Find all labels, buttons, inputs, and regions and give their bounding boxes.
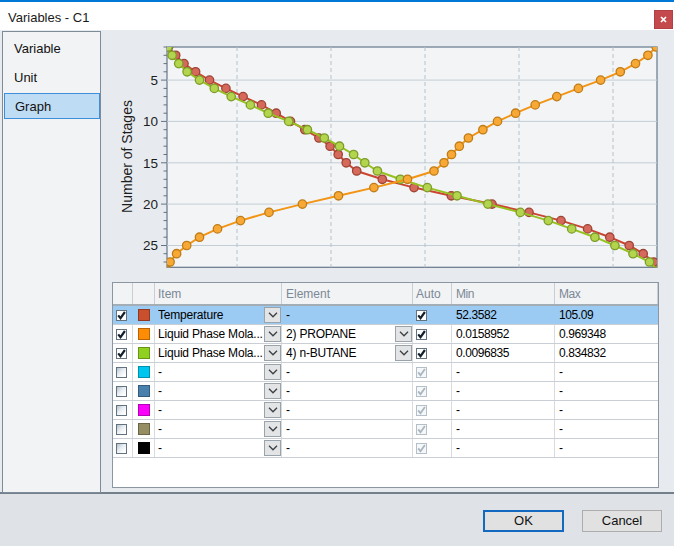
svg-text:10: 10	[143, 114, 158, 129]
svg-text:25: 25	[143, 238, 158, 253]
svg-text:15: 15	[143, 156, 158, 171]
svg-text:20: 20	[143, 197, 158, 212]
svg-text:Number of Stages: Number of Stages	[119, 100, 135, 213]
svg-text:5: 5	[150, 73, 158, 88]
